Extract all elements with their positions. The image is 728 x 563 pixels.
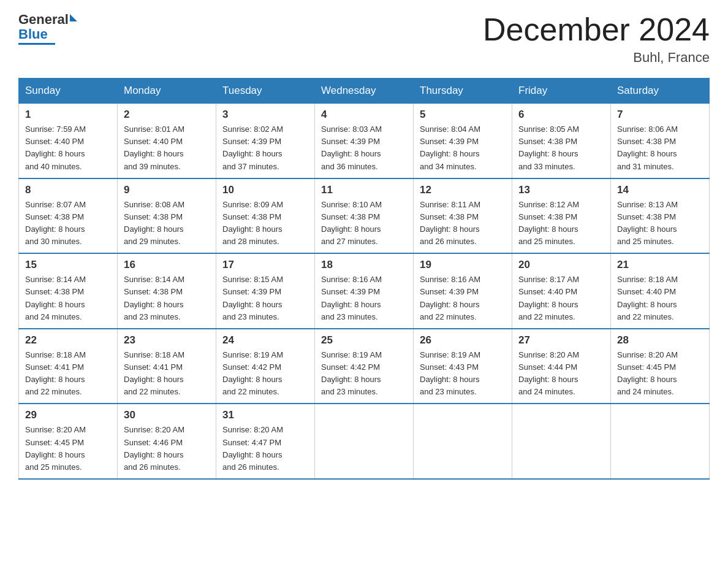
day-number: 2 (124, 109, 210, 121)
day-number: 20 (518, 259, 604, 271)
day-info: Sunrise: 8:16 AMSunset: 4:39 PMDaylight:… (321, 274, 407, 323)
day-number: 9 (124, 184, 210, 196)
header-saturday: Saturday (611, 79, 710, 104)
table-row: 8Sunrise: 8:07 AMSunset: 4:38 PMDaylight… (19, 178, 118, 254)
table-row: 20Sunrise: 8:17 AMSunset: 4:40 PMDayligh… (512, 253, 611, 329)
day-number: 27 (518, 334, 604, 347)
page-header: General Blue December 2024 Buhl, France (18, 12, 710, 66)
day-info: Sunrise: 8:17 AMSunset: 4:40 PMDaylight:… (518, 274, 604, 323)
table-row (315, 404, 414, 479)
day-number: 30 (124, 409, 210, 421)
table-row: 7Sunrise: 8:06 AMSunset: 4:38 PMDaylight… (611, 104, 710, 178)
day-info: Sunrise: 8:07 AMSunset: 4:38 PMDaylight:… (25, 199, 111, 248)
header-row: Sunday Monday Tuesday Wednesday Thursday… (19, 79, 710, 104)
header-thursday: Thursday (414, 79, 512, 104)
day-info: Sunrise: 8:09 AMSunset: 4:38 PMDaylight:… (222, 199, 308, 248)
day-info: Sunrise: 8:20 AMSunset: 4:46 PMDaylight:… (124, 424, 210, 473)
day-number: 25 (321, 334, 407, 347)
day-info: Sunrise: 7:59 AMSunset: 4:40 PMDaylight:… (25, 123, 111, 173)
day-number: 16 (124, 259, 210, 271)
day-number: 29 (25, 409, 111, 421)
day-info: Sunrise: 8:20 AMSunset: 4:44 PMDaylight:… (518, 349, 604, 399)
table-row: 12Sunrise: 8:11 AMSunset: 4:38 PMDayligh… (414, 178, 512, 254)
day-number: 6 (518, 109, 604, 121)
day-info: Sunrise: 8:14 AMSunset: 4:38 PMDaylight:… (124, 274, 210, 323)
day-number: 12 (420, 184, 506, 196)
calendar-week-4: 22Sunrise: 8:18 AMSunset: 4:41 PMDayligh… (19, 329, 710, 404)
day-number: 7 (617, 109, 703, 121)
logo: General Blue (18, 12, 77, 45)
day-number: 17 (222, 259, 308, 271)
day-number: 11 (321, 184, 407, 196)
day-number: 26 (420, 334, 506, 347)
day-number: 1 (25, 109, 111, 121)
table-row: 26Sunrise: 8:19 AMSunset: 4:43 PMDayligh… (414, 329, 512, 404)
calendar-week-3: 15Sunrise: 8:14 AMSunset: 4:38 PMDayligh… (19, 253, 710, 329)
day-info: Sunrise: 8:11 AMSunset: 4:38 PMDaylight:… (420, 199, 506, 248)
table-row: 17Sunrise: 8:15 AMSunset: 4:39 PMDayligh… (216, 253, 315, 329)
day-number: 23 (124, 334, 210, 347)
table-row: 1Sunrise: 7:59 AMSunset: 4:40 PMDaylight… (19, 104, 118, 178)
calendar-week-1: 1Sunrise: 7:59 AMSunset: 4:40 PMDaylight… (19, 104, 710, 178)
day-number: 19 (420, 259, 506, 271)
logo-text: General (18, 12, 77, 27)
calendar-table: Sunday Monday Tuesday Wednesday Thursday… (18, 78, 710, 480)
logo-blue-text: Blue (18, 26, 48, 42)
table-row: 11Sunrise: 8:10 AMSunset: 4:38 PMDayligh… (315, 178, 414, 254)
day-info: Sunrise: 8:13 AMSunset: 4:38 PMDaylight:… (617, 199, 703, 248)
day-number: 4 (321, 109, 407, 121)
calendar-body: 1Sunrise: 7:59 AMSunset: 4:40 PMDaylight… (19, 104, 710, 479)
day-info: Sunrise: 8:19 AMSunset: 4:43 PMDaylight:… (420, 349, 506, 399)
table-row (611, 404, 710, 479)
table-row: 3Sunrise: 8:02 AMSunset: 4:39 PMDaylight… (216, 104, 315, 178)
title-block: December 2024 Buhl, France (483, 12, 710, 66)
table-row: 5Sunrise: 8:04 AMSunset: 4:39 PMDaylight… (414, 104, 512, 178)
table-row: 23Sunrise: 8:18 AMSunset: 4:41 PMDayligh… (118, 329, 216, 404)
day-number: 22 (25, 334, 111, 347)
day-info: Sunrise: 8:15 AMSunset: 4:39 PMDaylight:… (222, 274, 308, 323)
day-info: Sunrise: 8:06 AMSunset: 4:38 PMDaylight:… (617, 123, 703, 173)
logo-triangle-icon (70, 14, 77, 21)
day-number: 14 (617, 184, 703, 196)
day-number: 15 (25, 259, 111, 271)
table-row: 24Sunrise: 8:19 AMSunset: 4:42 PMDayligh… (216, 329, 315, 404)
table-row (414, 404, 512, 479)
table-row: 15Sunrise: 8:14 AMSunset: 4:38 PMDayligh… (19, 253, 118, 329)
table-row: 10Sunrise: 8:09 AMSunset: 4:38 PMDayligh… (216, 178, 315, 254)
day-number: 3 (222, 109, 308, 121)
table-row: 9Sunrise: 8:08 AMSunset: 4:38 PMDaylight… (118, 178, 216, 254)
day-info: Sunrise: 8:18 AMSunset: 4:41 PMDaylight:… (25, 349, 111, 399)
day-number: 8 (25, 184, 111, 196)
day-number: 31 (222, 409, 308, 421)
day-info: Sunrise: 8:20 AMSunset: 4:45 PMDaylight:… (25, 424, 111, 473)
day-info: Sunrise: 8:18 AMSunset: 4:40 PMDaylight:… (617, 274, 703, 323)
table-row: 4Sunrise: 8:03 AMSunset: 4:39 PMDaylight… (315, 104, 414, 178)
table-row: 30Sunrise: 8:20 AMSunset: 4:46 PMDayligh… (118, 404, 216, 479)
day-info: Sunrise: 8:19 AMSunset: 4:42 PMDaylight:… (222, 349, 308, 399)
day-info: Sunrise: 8:02 AMSunset: 4:39 PMDaylight:… (222, 123, 308, 173)
table-row: 2Sunrise: 8:01 AMSunset: 4:40 PMDaylight… (118, 104, 216, 178)
day-number: 13 (518, 184, 604, 196)
day-number: 24 (222, 334, 308, 347)
table-row: 18Sunrise: 8:16 AMSunset: 4:39 PMDayligh… (315, 253, 414, 329)
calendar-week-2: 8Sunrise: 8:07 AMSunset: 4:38 PMDaylight… (19, 178, 710, 254)
header-wednesday: Wednesday (315, 79, 414, 104)
day-info: Sunrise: 8:20 AMSunset: 4:45 PMDaylight:… (617, 349, 703, 399)
logo-underline (18, 43, 55, 45)
calendar-header: Sunday Monday Tuesday Wednesday Thursday… (19, 79, 710, 104)
main-title: December 2024 (483, 12, 710, 47)
table-row (512, 404, 611, 479)
day-number: 18 (321, 259, 407, 271)
table-row: 14Sunrise: 8:13 AMSunset: 4:38 PMDayligh… (611, 178, 710, 254)
table-row: 31Sunrise: 8:20 AMSunset: 4:47 PMDayligh… (216, 404, 315, 479)
calendar-week-5: 29Sunrise: 8:20 AMSunset: 4:45 PMDayligh… (19, 404, 710, 479)
day-info: Sunrise: 8:14 AMSunset: 4:38 PMDaylight:… (25, 274, 111, 323)
table-row: 21Sunrise: 8:18 AMSunset: 4:40 PMDayligh… (611, 253, 710, 329)
table-row: 22Sunrise: 8:18 AMSunset: 4:41 PMDayligh… (19, 329, 118, 404)
table-row: 13Sunrise: 8:12 AMSunset: 4:38 PMDayligh… (512, 178, 611, 254)
day-info: Sunrise: 8:19 AMSunset: 4:42 PMDaylight:… (321, 349, 407, 399)
day-info: Sunrise: 8:10 AMSunset: 4:38 PMDaylight:… (321, 199, 407, 248)
table-row: 16Sunrise: 8:14 AMSunset: 4:38 PMDayligh… (118, 253, 216, 329)
header-tuesday: Tuesday (216, 79, 315, 104)
location-subtitle: Buhl, France (483, 50, 710, 66)
